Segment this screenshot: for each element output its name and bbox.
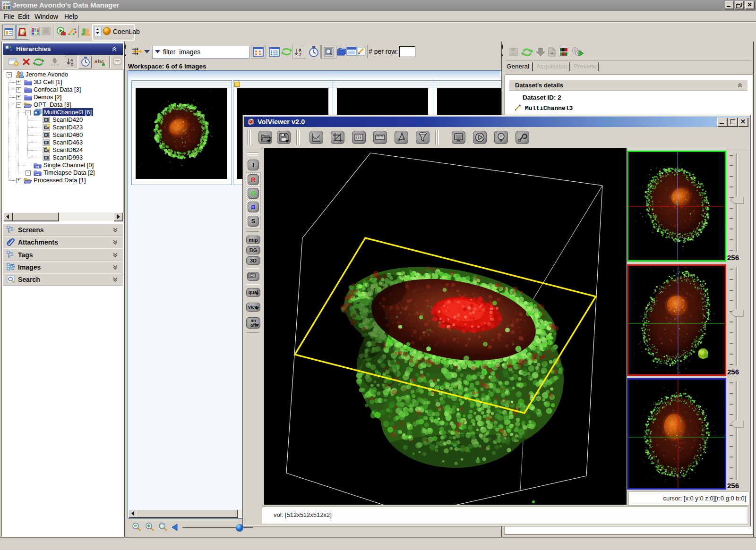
svg-text:z: z — [299, 52, 301, 57]
svg-text:z: z — [71, 62, 73, 67]
svg-text:a: a — [94, 59, 98, 64]
svg-text:b: b — [98, 59, 101, 64]
svg-text:o: o — [3, 2, 5, 6]
svg-text:e: e — [9, 2, 10, 6]
